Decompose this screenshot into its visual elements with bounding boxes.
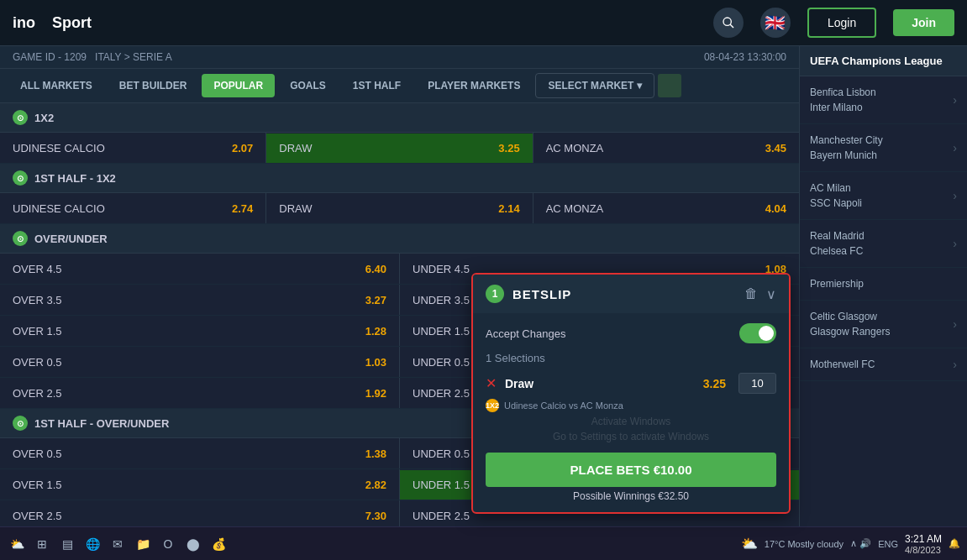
bet-half-over-1-5[interactable]: OVER 1.5 2.82 bbox=[0, 470, 399, 500]
odds-value: 2.14 bbox=[498, 202, 519, 215]
taskbar-icon-task[interactable]: ▤ bbox=[57, 534, 77, 554]
accept-changes-toggle[interactable] bbox=[739, 323, 776, 343]
taskbar-icon-weather: ⛅ bbox=[7, 534, 27, 554]
sidebar-match-item[interactable]: Real Madrid Chelsea FC › bbox=[800, 220, 967, 268]
watermark-text: Activate Windows bbox=[486, 416, 776, 427]
selection-odds: 3.25 bbox=[703, 377, 726, 390]
market-tabs: ALL MARKETS BET BUILDER POPULAR GOALS 1S… bbox=[0, 69, 799, 103]
temperature-text: 17°C Mostly cloudy bbox=[765, 539, 843, 549]
login-button[interactable]: Login bbox=[807, 8, 876, 38]
tab-bet-builder[interactable]: BET BUILDER bbox=[108, 74, 199, 97]
bet-label: UNDER 1.5 bbox=[413, 325, 470, 338]
taskbar-clock: 3:21 AM 4/8/2023 bbox=[905, 533, 942, 555]
section-title-1x2: 1X2 bbox=[34, 112, 54, 124]
search-button[interactable] bbox=[713, 8, 744, 38]
bet-cell-draw-half[interactable]: DRAW 2.14 bbox=[266, 194, 532, 223]
bet-label: OVER 2.5 bbox=[13, 510, 62, 522]
select-market-label: SELECT MARKET bbox=[548, 80, 633, 92]
team-label: UDINESE CALCIO bbox=[13, 202, 105, 215]
accept-changes-row: Accept Changes bbox=[486, 323, 776, 343]
section-1x2: ⊙ 1X2 bbox=[0, 103, 799, 133]
language-flag[interactable]: 🇬🇧 bbox=[760, 8, 791, 38]
team1: AC Milan bbox=[810, 181, 862, 196]
taskbar-icon-mail[interactable]: ✉ bbox=[108, 534, 128, 554]
team2: Chelsea FC bbox=[810, 243, 865, 259]
odds-value: 2.82 bbox=[365, 479, 386, 491]
team1: Manchester City bbox=[810, 133, 883, 148]
sidebar-match-item[interactable]: Manchester City Bayern Munich › bbox=[800, 124, 967, 172]
betslip-chevron-icon[interactable]: ∨ bbox=[766, 286, 776, 302]
odds-value: 4.04 bbox=[765, 202, 786, 215]
bet-label: OVER 0.5 bbox=[13, 356, 62, 369]
section-icon-1sthalf-overunder: ⊙ bbox=[13, 416, 28, 431]
flag-emoji: 🇬🇧 bbox=[765, 13, 786, 33]
header: ino Sport 🇬🇧 Login Join bbox=[0, 0, 967, 46]
stake-input[interactable] bbox=[738, 373, 776, 394]
section-title-overunder: OVER/UNDER bbox=[34, 233, 108, 245]
bet-cell-monza-half[interactable]: AC MONZA 4.04 bbox=[533, 194, 799, 223]
tab-goals[interactable]: GOALS bbox=[278, 74, 338, 97]
sidebar-match-item[interactable]: Premiership bbox=[800, 268, 967, 301]
sidebar-match-item[interactable]: AC Milan SSC Napoli › bbox=[800, 172, 967, 220]
system-tray: ∧ 🔊 bbox=[850, 538, 871, 549]
section-1sthalf-1x2: ⊙ 1ST HALF - 1X2 bbox=[0, 164, 799, 193]
notifications-icon[interactable]: 🔔 bbox=[949, 538, 960, 549]
bet-over-3-5[interactable]: OVER 3.5 3.27 bbox=[0, 285, 399, 315]
taskbar-icon-wallet[interactable]: 💰 bbox=[208, 534, 229, 554]
match-teams: Benfica Lisbon Inter Milano bbox=[810, 85, 876, 115]
chevron-right-icon: › bbox=[953, 93, 957, 107]
join-button[interactable]: Join bbox=[893, 9, 954, 36]
section-icon-1x2: ⊙ bbox=[13, 110, 28, 125]
bet-label: UNDER 1.5 bbox=[413, 479, 470, 491]
possible-winnings: Possible Winnings €32.50 bbox=[486, 490, 776, 502]
remove-selection-icon[interactable]: ✕ bbox=[486, 375, 497, 391]
odds-value: 1.38 bbox=[365, 447, 386, 460]
tab-popular[interactable]: POPULAR bbox=[202, 74, 275, 97]
bet-cell-monza[interactable]: AC MONZA 3.45 bbox=[533, 133, 799, 163]
chevron-right-icon: › bbox=[953, 358, 957, 371]
taskbar-right: ⛅ 17°C Mostly cloudy ∧ 🔊 ENG 3:21 AM 4/8… bbox=[741, 533, 960, 555]
bet-cell-udinese[interactable]: UDINESE CALCIO 2.07 bbox=[0, 133, 265, 163]
tab-1st-half[interactable]: 1ST HALF bbox=[341, 74, 413, 97]
bet-cell-udinese-half[interactable]: UDINESE CALCIO 2.74 bbox=[0, 194, 265, 223]
sidebar-match-item[interactable]: Motherwell FC › bbox=[800, 348, 967, 381]
taskbar-icon-chrome[interactable]: ⬤ bbox=[183, 534, 203, 554]
taskbar-icon-opera[interactable]: O bbox=[158, 534, 178, 554]
table-row: UDINESE CALCIO 2.07 DRAW 3.25 AC MONZA 3… bbox=[0, 133, 799, 164]
bet-over-2-5[interactable]: OVER 2.5 1.92 bbox=[0, 379, 399, 408]
section-title-1sthalf-overunder: 1ST HALF - OVER/UNDER bbox=[34, 417, 169, 430]
tab-all-markets[interactable]: ALL MARKETS bbox=[8, 74, 104, 97]
game-id: GAME ID - 1209 ITALY > SERIE A bbox=[13, 51, 172, 63]
market-type-icon: 1X2 bbox=[486, 399, 499, 412]
betslip-header: 1 BETSLIP 🗑 ∨ bbox=[473, 275, 789, 313]
taskbar-icon-files[interactable]: 📁 bbox=[133, 534, 153, 554]
section-title-1sthalf: 1ST HALF - 1X2 bbox=[34, 172, 116, 185]
tab-select-market[interactable]: SELECT MARKET ▾ bbox=[535, 73, 654, 98]
trash-icon[interactable]: 🗑 bbox=[744, 286, 758, 301]
sport-label: Sport bbox=[52, 14, 92, 32]
team1: Real Madrid bbox=[810, 228, 865, 243]
date-text: 4/8/2023 bbox=[905, 545, 942, 555]
color-indicator bbox=[658, 74, 681, 97]
odds-value: 2.74 bbox=[232, 202, 253, 215]
chevron-right-icon: › bbox=[953, 317, 957, 331]
team1: Benfica Lisbon bbox=[810, 85, 876, 100]
tab-player-markets[interactable]: PLAYER MARKETS bbox=[416, 74, 532, 97]
odds-value: 1.03 bbox=[365, 356, 386, 369]
taskbar-icon-start[interactable]: ⊞ bbox=[32, 534, 52, 554]
language-text: ENG bbox=[878, 539, 898, 549]
bet-over-4-5[interactable]: OVER 4.5 6.40 bbox=[0, 254, 399, 284]
sidebar-match-item[interactable]: Benfica Lisbon Inter Milano › bbox=[800, 76, 967, 124]
logo-text: ino bbox=[13, 14, 35, 32]
taskbar-icon-edge[interactable]: 🌐 bbox=[82, 534, 102, 554]
bet-over-0-5[interactable]: OVER 0.5 1.03 bbox=[0, 348, 399, 377]
time-text: 3:21 AM bbox=[905, 533, 942, 545]
place-bets-button[interactable]: PLACE BETS €10.00 bbox=[486, 453, 776, 487]
match-teams: Motherwell FC bbox=[810, 357, 875, 372]
team1: Motherwell FC bbox=[810, 357, 875, 372]
bet-half-over-0-5[interactable]: OVER 0.5 1.38 bbox=[0, 439, 399, 468]
bet-label: UNDER 2.5 bbox=[413, 510, 470, 522]
bet-over-1-5[interactable]: OVER 1.5 1.28 bbox=[0, 317, 399, 346]
bet-cell-draw[interactable]: DRAW 3.25 bbox=[266, 133, 532, 163]
sidebar-match-item[interactable]: Celtic Glasgow Glasgow Rangers › bbox=[800, 301, 967, 348]
